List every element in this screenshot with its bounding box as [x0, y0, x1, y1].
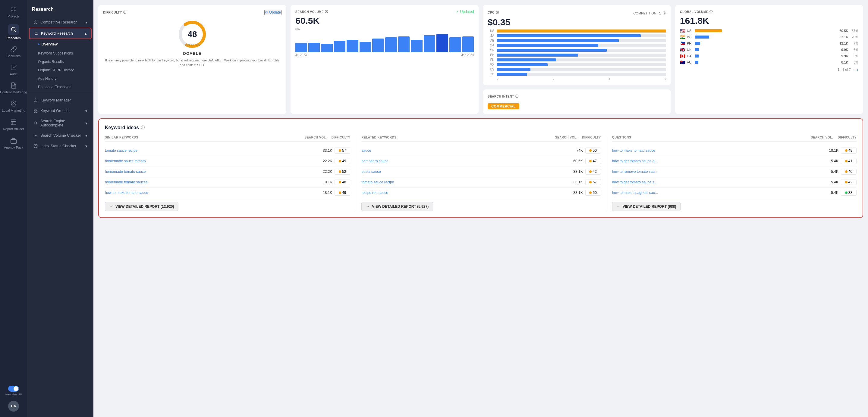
sidebar-item-audit[interactable]: Audit — [0, 61, 27, 79]
gv-bar-ph — [695, 42, 700, 45]
nav-sub-keyword-suggestions[interactable]: Keyword Suggestions — [27, 49, 93, 58]
diff-dot — [845, 181, 847, 183]
ki-keyword[interactable]: tomato sauce recipe — [361, 180, 571, 184]
ki-diff-badge: 57 — [335, 147, 350, 153]
view-detailed-report-similar[interactable]: → VIEW DETAILED REPORT (12,920) — [105, 202, 179, 211]
nav-section-keyword-research[interactable]: Keyword Research ▴ — [29, 28, 92, 39]
prev-page-button[interactable]: ‹ — [853, 67, 855, 72]
svg-rect-15 — [36, 111, 37, 112]
bar-11 — [424, 35, 435, 52]
ki-keyword[interactable]: sauce — [361, 148, 574, 153]
view-detailed-report-related[interactable]: → VIEW DETAILED REPORT (5,927) — [361, 202, 433, 211]
nav-sub-organic-serp-history[interactable]: Organic SERP History — [27, 66, 93, 74]
metrics-cards-row: DIFFICULTY ⓘ ↺ Update 48 OUT OF 100 DOAB… — [98, 5, 863, 114]
nav-section-search-engine-autocomplete[interactable]: Search Engine Autocomplete ▾ — [29, 116, 92, 130]
ki-keyword[interactable]: pomodoro sauce — [361, 159, 571, 163]
ki-similar-col1: SIMILAR KEYWORDS — [105, 136, 302, 139]
ki-vol: 60.5K — [573, 159, 583, 163]
diff-dot — [589, 149, 592, 152]
svg-rect-14 — [34, 111, 35, 112]
ki-keyword[interactable]: homemade tomato sauces — [105, 180, 320, 184]
nav-section-index-status-checker[interactable]: Index Status Checker ▾ — [29, 141, 92, 151]
sidebar-item-local-marketing[interactable]: Local Marketing — [0, 97, 27, 116]
ki-similar-header: SIMILAR KEYWORDS SEARCH VOL. DIFFICULTY — [105, 136, 350, 142]
ki-diff-badge: 42 — [841, 179, 857, 185]
ki-keyword[interactable]: how to get tomato sauce s... — [612, 180, 829, 184]
sv-info-icon[interactable]: ⓘ — [325, 10, 328, 14]
diff-dot — [589, 192, 592, 194]
ki-vol: 33.1K — [323, 148, 332, 153]
ki-keyword[interactable]: homemade tomato sauce — [105, 170, 320, 174]
competition-info-icon[interactable]: ⓘ — [663, 11, 666, 15]
sidebar-item-content-marketing[interactable]: Content Marketing — [0, 79, 27, 97]
table-row: how to get tomato sauce s... 5.4K 42 — [612, 177, 857, 187]
nav-section-label: Search Volume Checker — [40, 133, 81, 138]
difficulty-label: DIFFICULTY — [103, 11, 122, 14]
sidebar-item-backlinks[interactable]: Backlinks — [0, 43, 27, 61]
ki-keyword[interactable]: how to make tomato sauce — [612, 148, 827, 153]
bar-7 — [372, 39, 384, 52]
nav-section-keyword-manager[interactable]: Keyword Manager — [29, 95, 92, 105]
nav-section-competitive-research[interactable]: Competitive Research ▾ — [29, 17, 92, 27]
gv-value: 161.8K — [680, 16, 858, 26]
ki-keyword[interactable]: homemade sauce tomato — [105, 159, 320, 163]
difficulty-info-icon[interactable]: ⓘ — [123, 10, 127, 14]
sidebar-item-report-builder[interactable]: Report Builder — [0, 116, 27, 134]
view-detailed-report-questions[interactable]: → VIEW DETAILED REPORT (988) — [612, 202, 681, 211]
flag-uk: 🇬🇧 — [680, 47, 685, 52]
gv-info-icon[interactable]: ⓘ — [710, 10, 713, 14]
flag-au: 🇦🇺 — [680, 60, 685, 65]
gv-bar-us — [695, 29, 722, 32]
nav-section-label: Keyword Research — [41, 31, 73, 36]
ki-related-keywords-col: RELATED KEYWORDS SEARCH VOL. DIFFICULTY … — [355, 136, 606, 211]
ki-keyword[interactable]: recipe red sauce — [361, 190, 571, 195]
sidebar-item-agency-pack[interactable]: Agency Pack — [0, 134, 27, 153]
ki-keyword[interactable]: pasta sauce — [361, 170, 571, 174]
flag-ph: 🇵🇭 — [680, 41, 685, 46]
nav-section-label: Index Status Checker — [40, 144, 76, 148]
svg-rect-2 — [11, 10, 13, 12]
sidebar-item-projects[interactable]: Projects — [0, 3, 27, 21]
update-button[interactable]: ↺ Update — [264, 10, 281, 15]
gv-bar-au — [695, 61, 698, 64]
ki-questions-col2: SEARCH VOL. — [811, 136, 833, 139]
gv-bar-uk — [695, 48, 699, 51]
sidebar-label: Content Marketing — [0, 90, 27, 94]
ki-info-icon[interactable]: ⓘ — [141, 125, 145, 130]
table-row: pomodoro sauce 60.5K 47 — [361, 156, 601, 167]
ki-vol: 22.2K — [323, 159, 332, 163]
nav-section-search-volume-checker[interactable]: Search Volume Checker ▾ — [29, 130, 92, 141]
nav-sub-organic-results[interactable]: Organic Results — [27, 58, 93, 66]
sv-header: SEARCH VOLUME ⓘ ✓ Updated — [296, 10, 474, 14]
nav-sub-ads-history[interactable]: Ads History — [27, 74, 93, 83]
gv-row-au: 🇦🇺 AU 8.1K 5% — [680, 60, 858, 65]
ki-diff-badge: 41 — [841, 158, 857, 164]
intent-header: SEARCH INTENT ⓘ — [488, 94, 666, 99]
index-status-icon — [33, 144, 38, 148]
ki-keyword[interactable]: how to make tomato sauce — [105, 190, 320, 195]
user-avatar[interactable]: DA — [8, 401, 19, 412]
search-engine-icon — [33, 121, 38, 126]
nav-sub-overview[interactable]: Overview — [27, 39, 93, 49]
search-volume-card: SEARCH VOLUME ⓘ ✓ Updated 60.5K 80k — [290, 5, 478, 114]
nav-section-keyword-grouper[interactable]: Keyword Grouper ▾ — [29, 106, 92, 116]
next-page-button[interactable]: › — [857, 67, 858, 72]
ki-diff-badge: 47 — [585, 158, 601, 164]
new-menu-ui-toggle[interactable] — [8, 386, 19, 392]
gv-row-ph: 🇵🇭 PH 12.1K 7% — [680, 41, 858, 46]
ki-keyword[interactable]: tomato sauce recipe — [105, 148, 320, 153]
cpc-info-icon[interactable]: ⓘ — [496, 10, 499, 15]
svg-rect-12 — [34, 109, 35, 110]
svg-rect-1 — [14, 7, 16, 9]
difficulty-out-of: OUT OF 100 — [184, 43, 200, 46]
nav-sub-database-expansion[interactable]: Database Expansion — [27, 83, 93, 91]
sidebar-label: Backlinks — [7, 54, 21, 58]
ki-keyword[interactable]: how to make spaghetti sau... — [612, 190, 829, 195]
ki-questions-col1: QUESTIONS — [612, 136, 808, 139]
ki-keyword[interactable]: how to get tomato sauce o... — [612, 159, 829, 163]
sidebar-item-research[interactable]: Research — [0, 21, 27, 43]
ki-keyword[interactable]: how to remove tomato sau... — [612, 170, 829, 174]
intent-info-icon[interactable]: ⓘ — [516, 94, 519, 99]
ki-related-col3: DIFFICULTY — [580, 136, 601, 139]
cpc-value: $0.35 — [488, 17, 666, 27]
